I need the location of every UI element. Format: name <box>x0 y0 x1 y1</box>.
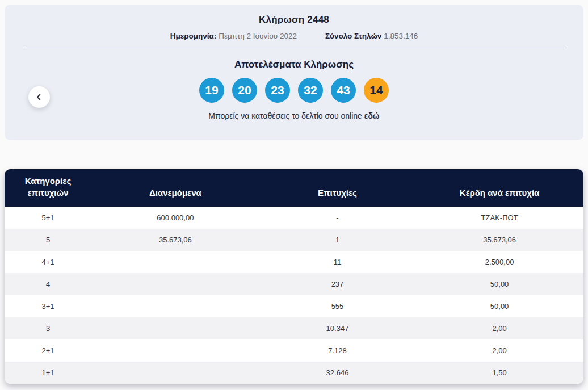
draw-meta: Ημερομηνία: Πέμπτη 2 Ιουνίου 2022 Σύνολο… <box>5 32 583 40</box>
cell-winnings: 2,00 <box>415 346 583 355</box>
header-winnings-per-winner: Κέρδη ανά επιτυχία <box>415 187 583 199</box>
cell-category: 1+1 <box>5 368 91 377</box>
table-row: 4 237 50,00 <box>5 273 583 295</box>
joker-ball: 14 <box>364 78 389 103</box>
prize-table: Κατηγορίες επιτυχιών Διανεμόμενα Επιτυχί… <box>5 169 583 384</box>
draw-title: Κλήρωση 2448 <box>5 5 583 26</box>
cell-winnings: 50,00 <box>415 302 583 311</box>
deposit-note-text: Μπορείς να καταθέσεις το δελτίο σου onli… <box>208 111 362 120</box>
cell-category: 4+1 <box>5 258 91 266</box>
cell-category: 2+1 <box>5 346 91 355</box>
cell-distributed: 35.673,06 <box>91 236 259 244</box>
table-row: 5 35.673,06 1 35.673,06 <box>5 229 583 251</box>
results-title: Αποτελέσματα Κλήρωσης <box>5 59 583 70</box>
table-row: 2+1 7.128 2,00 <box>5 339 583 362</box>
total-columns: Σύνολο Στηλών 1.853.146 <box>325 32 418 40</box>
table-row: 5+1 600.000,00 - ΤΖΑΚ-ΠΟΤ <box>5 207 583 229</box>
card-divider <box>24 48 564 48</box>
table-row: 1+1 32.646 1,50 <box>5 362 583 384</box>
cell-winners: 1 <box>259 236 415 244</box>
draw-date: Ημερομηνία: Πέμπτη 2 Ιουνίου 2022 <box>170 32 297 40</box>
total-columns-value: 1.853.146 <box>384 32 418 40</box>
deposit-note: Μπορείς να καταθέσεις το δελτίο σου onli… <box>5 111 583 120</box>
cell-winners: 555 <box>259 302 415 311</box>
table-row: 3+1 555 50,00 <box>5 295 583 317</box>
draw-card: Κλήρωση 2448 Ημερομηνία: Πέμπτη 2 Ιουνίο… <box>5 5 583 140</box>
cell-winners: 7.128 <box>259 346 415 355</box>
cell-category: 5 <box>5 236 91 244</box>
total-columns-label: Σύνολο Στηλών <box>325 32 381 40</box>
cell-category: 3+1 <box>5 302 91 311</box>
cell-winnings: 50,00 <box>415 280 583 288</box>
cell-winners: 11 <box>259 258 415 266</box>
table-row: 4+1 11 2.500,00 <box>5 251 583 273</box>
cell-winners: 32.646 <box>259 368 415 377</box>
winning-numbers: 19 20 23 32 43 14 <box>5 78 583 103</box>
number-ball: 32 <box>298 78 323 103</box>
deposit-note-link[interactable]: εδώ <box>364 111 380 120</box>
number-ball: 23 <box>265 78 290 103</box>
cell-winners: 237 <box>259 280 415 288</box>
cell-category: 3 <box>5 324 91 333</box>
table-row: 3 10.347 2,00 <box>5 317 583 339</box>
prize-table-header: Κατηγορίες επιτυχιών Διανεμόμενα Επιτυχί… <box>5 169 583 207</box>
header-categories: Κατηγορίες επιτυχιών <box>5 175 91 200</box>
prize-table-body: 5+1 600.000,00 - ΤΖΑΚ-ΠΟΤ 5 35.673,06 1 … <box>5 207 583 384</box>
header-distributed: Διανεμόμενα <box>91 187 259 199</box>
cell-winnings: 1,50 <box>415 368 583 377</box>
cell-winners: - <box>259 213 415 222</box>
number-ball: 20 <box>232 78 257 103</box>
cell-winners: 10.347 <box>259 324 415 333</box>
cell-winnings: 35.673,06 <box>415 236 583 244</box>
cell-category: 4 <box>5 280 91 288</box>
draw-date-value: Πέμπτη 2 Ιουνίου 2022 <box>219 32 297 40</box>
cell-winnings: 2.500,00 <box>415 258 583 266</box>
number-ball: 43 <box>331 78 356 103</box>
previous-draw-button[interactable] <box>28 86 50 108</box>
cell-winnings: ΤΖΑΚ-ΠΟΤ <box>415 213 583 222</box>
number-ball: 19 <box>199 78 224 103</box>
cell-category: 5+1 <box>5 213 91 222</box>
chevron-left-icon <box>34 92 44 102</box>
cell-winnings: 2,00 <box>415 324 583 333</box>
header-winners: Επιτυχίες <box>259 187 415 199</box>
cell-distributed: 600.000,00 <box>91 213 259 222</box>
draw-date-label: Ημερομηνία: <box>170 32 217 40</box>
